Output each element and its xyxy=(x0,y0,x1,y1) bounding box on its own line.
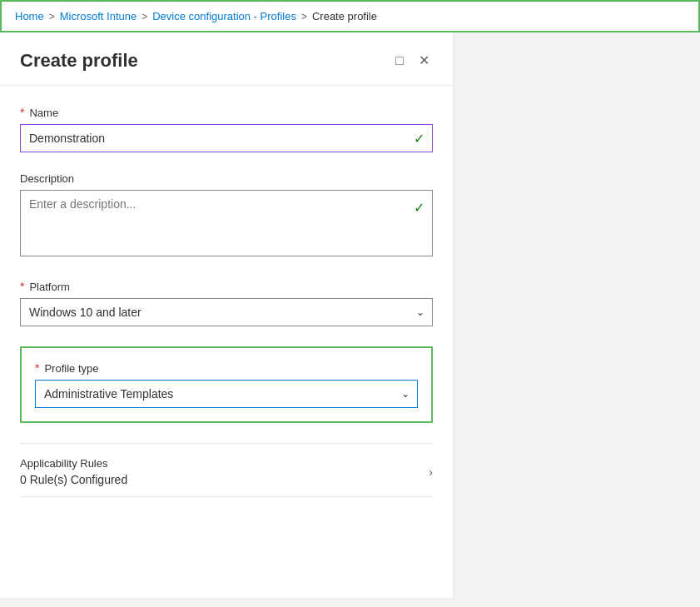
breadcrumb-sep-3: > xyxy=(301,11,307,22)
name-input[interactable] xyxy=(20,124,433,152)
applicability-section: Applicability Rules 0 Rule(s) Configured… xyxy=(20,443,433,497)
description-label-text: Description xyxy=(20,172,74,185)
profile-type-label: * Profile type xyxy=(35,361,418,375)
breadcrumb-intune[interactable]: Microsoft Intune xyxy=(60,10,137,22)
description-textarea[interactable] xyxy=(20,190,433,256)
panel-header: Create profile □ ✕ xyxy=(0,32,453,86)
right-panel xyxy=(454,32,700,598)
profile-type-required-star: * xyxy=(35,361,39,375)
applicability-chevron-icon: › xyxy=(429,465,433,479)
breadcrumb-home[interactable]: Home xyxy=(15,10,44,22)
breadcrumb-sep-1: > xyxy=(49,11,55,22)
breadcrumb-current: Create profile xyxy=(312,10,377,22)
profile-type-select-wrapper: Administrative Templates Device restrict… xyxy=(35,380,418,408)
platform-field-group: * Platform Windows 10 and later macOS iO… xyxy=(20,280,433,326)
name-checkmark-icon: ✓ xyxy=(414,131,424,147)
create-profile-panel: Create profile □ ✕ * Name ✓ xyxy=(0,32,454,598)
description-checkmark-icon: ✓ xyxy=(414,200,424,216)
description-label: Description xyxy=(20,172,433,185)
name-label-text: Name xyxy=(29,107,58,119)
profile-type-label-text: Profile type xyxy=(44,362,98,375)
applicability-text: Applicability Rules 0 Rule(s) Configured xyxy=(20,457,127,486)
applicability-separator xyxy=(20,496,433,497)
applicability-title: Applicability Rules xyxy=(20,457,127,470)
panel-body: * Name ✓ Description ✓ xyxy=(0,86,453,517)
platform-select[interactable]: Windows 10 and later macOS iOS/iPadOS An… xyxy=(20,298,433,326)
minimize-button[interactable]: □ xyxy=(392,50,407,72)
platform-label: * Platform xyxy=(20,280,433,293)
profile-type-select[interactable]: Administrative Templates Device restrict… xyxy=(35,380,418,408)
profile-type-section: * Profile type Administrative Templates … xyxy=(20,346,433,423)
name-field-group: * Name ✓ xyxy=(20,106,433,152)
applicability-header[interactable]: Applicability Rules 0 Rule(s) Configured… xyxy=(20,457,433,486)
panel-title: Create profile xyxy=(20,50,138,72)
breadcrumb-device-config[interactable]: Device configuration - Profiles xyxy=(152,10,296,22)
platform-select-wrapper: Windows 10 and later macOS iOS/iPadOS An… xyxy=(20,298,433,326)
breadcrumb: Home > Microsoft Intune > Device configu… xyxy=(0,0,700,32)
name-label: * Name xyxy=(20,106,433,119)
description-field-group: Description ✓ xyxy=(20,172,433,260)
close-button[interactable]: ✕ xyxy=(415,49,433,72)
panel-header-icons: □ ✕ xyxy=(392,49,433,72)
breadcrumb-sep-2: > xyxy=(141,11,147,22)
name-input-wrapper: ✓ xyxy=(20,124,433,152)
applicability-value: 0 Rule(s) Configured xyxy=(20,473,127,486)
platform-required-star: * xyxy=(20,280,24,293)
platform-label-text: Platform xyxy=(29,281,69,293)
name-required-star: * xyxy=(20,106,24,119)
description-input-wrapper: ✓ xyxy=(20,190,433,260)
